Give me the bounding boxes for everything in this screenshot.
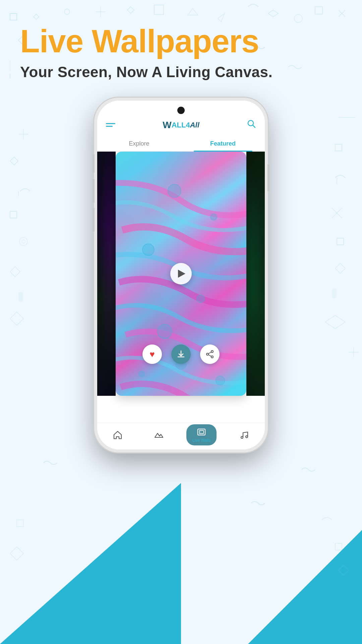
logo-w-letter: W <box>163 120 171 130</box>
page-subtitle: Your Screen, Now A Living Canvas. <box>20 64 342 80</box>
search-button[interactable] <box>247 119 256 131</box>
svg-rect-6 <box>315 7 322 14</box>
home-icon <box>113 430 123 440</box>
svg-point-39 <box>206 353 208 355</box>
svg-rect-10 <box>9 74 11 78</box>
svg-line-28 <box>253 125 255 128</box>
share-button[interactable] <box>200 344 220 364</box>
nav-livewalls-label: Live Walls <box>192 438 210 443</box>
svg-point-34 <box>139 371 145 377</box>
gallery-icon <box>154 430 164 440</box>
nav-home[interactable] <box>104 430 131 440</box>
nav-music[interactable] <box>231 430 258 440</box>
side-preview-right[interactable] <box>246 152 265 396</box>
play-icon <box>178 270 185 278</box>
svg-rect-26 <box>335 543 342 550</box>
svg-rect-0 <box>10 13 17 20</box>
phone-mute-button <box>93 208 95 231</box>
app-content: W ALL4 All Explore <box>97 101 265 449</box>
svg-line-40 <box>208 352 211 354</box>
main-wallpaper[interactable]: ♥ <box>116 152 246 396</box>
phone-mockup: W ALL4 All Explore <box>94 97 268 453</box>
svg-point-35 <box>216 376 225 385</box>
svg-point-31 <box>158 324 172 339</box>
svg-point-5 <box>294 14 302 22</box>
page-title: Live Wallpapers <box>20 23 342 59</box>
phone-volume-down-button <box>93 179 95 203</box>
svg-point-27 <box>248 120 253 126</box>
bottom-nav: Live Walls <box>97 423 265 449</box>
logo-all: All <box>190 121 199 129</box>
svg-line-41 <box>208 355 211 357</box>
svg-rect-4 <box>154 5 164 14</box>
play-button[interactable] <box>170 263 192 284</box>
download-button[interactable] <box>171 344 191 364</box>
action-row: ♥ <box>116 344 246 364</box>
svg-rect-18 <box>335 144 342 151</box>
svg-point-45 <box>246 436 248 438</box>
svg-point-36 <box>168 184 181 198</box>
header-section: Live Wallpapers Your Screen, Now A Livin… <box>20 23 342 80</box>
svg-point-15 <box>22 240 25 243</box>
heart-icon: ♥ <box>149 349 155 360</box>
camera-notch <box>177 107 185 114</box>
phone-screen: W ALL4 All Explore <box>97 101 265 449</box>
svg-rect-43 <box>199 430 203 434</box>
svg-point-32 <box>210 214 217 220</box>
svg-rect-21 <box>337 238 344 245</box>
download-icon <box>176 350 186 359</box>
svg-point-1 <box>64 9 70 14</box>
svg-rect-22 <box>332 288 337 299</box>
like-button[interactable]: ♥ <box>142 344 162 364</box>
share-icon <box>205 350 214 359</box>
svg-rect-16 <box>18 292 23 302</box>
svg-rect-13 <box>10 211 17 218</box>
menu-button[interactable] <box>106 123 115 127</box>
phone-power-button <box>267 164 269 191</box>
svg-point-14 <box>19 237 27 246</box>
svg-point-29 <box>142 244 154 256</box>
livewalls-icon <box>196 427 206 437</box>
side-preview-left[interactable] <box>97 152 116 396</box>
svg-point-37 <box>211 351 213 353</box>
svg-point-38 <box>211 356 213 358</box>
music-icon <box>239 430 249 440</box>
phone-volume-up-button <box>93 154 95 173</box>
tab-featured[interactable]: Featured <box>181 136 265 151</box>
logo-text: ALL4 <box>172 121 190 129</box>
app-logo: W ALL4 All <box>163 120 199 130</box>
wallpaper-area: ♥ <box>97 152 265 423</box>
menu-line-1 <box>106 123 115 124</box>
svg-point-30 <box>197 295 204 303</box>
menu-line-2 <box>106 126 113 127</box>
svg-point-44 <box>241 436 243 438</box>
phone-outer-frame: W ALL4 All Explore <box>94 97 268 453</box>
tab-bar: Explore Featured <box>97 136 265 152</box>
nav-livewalls[interactable]: Live Walls <box>186 424 217 445</box>
svg-rect-42 <box>198 429 205 435</box>
app-header: W ALL4 All <box>97 101 265 136</box>
svg-rect-25 <box>17 520 23 527</box>
nav-gallery[interactable] <box>145 430 172 440</box>
tab-explore[interactable]: Explore <box>97 136 181 151</box>
